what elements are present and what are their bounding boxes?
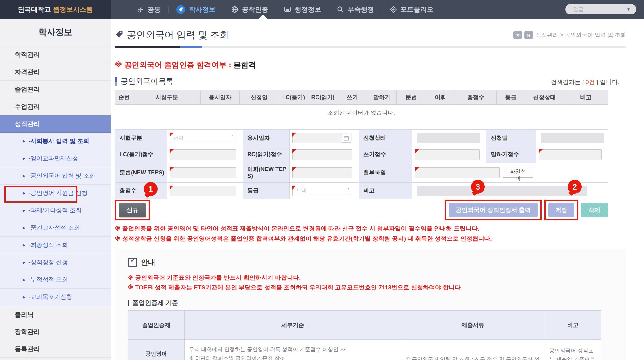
submenu-arrow-icon: ▶ [23, 260, 25, 265]
empty-row: 조회된 데이터가 없습니다. [115, 105, 608, 121]
submenu-arrow-icon: ▶ [23, 209, 25, 213]
topbar: 단국대학교 웹정보시스템 공통 학사정보 공학인 [0, 0, 644, 19]
col-header: 응시일자 [201, 90, 240, 105]
vocabulary-score-input[interactable] [292, 167, 352, 178]
sidebar-item-clinic[interactable]: 클리닉 [0, 306, 111, 323]
sidebar-item-course[interactable]: 수업관리 [0, 98, 111, 115]
search-icon [337, 6, 344, 13]
calendar-icon[interactable] [342, 134, 351, 143]
criteria-header-row: 졸업인증제 세부기준 제출서류 비고 [128, 311, 601, 340]
sidebar-item-english-subsidy[interactable]: ▶-공인영어 지원금 신청 [0, 185, 111, 202]
notice-line: ※ 성적장학금 신청을 위한 공인영어성적은 졸업인증 합격여부와 관계없이 해… [115, 234, 608, 244]
globe-icon [231, 6, 238, 13]
annotation-balloon-2: 2 [568, 180, 582, 194]
guide-panel: ✓ 안내 ※ 공인외국어 기준표와 인정국가를 반드시 확인하시기 바랍니다. … [115, 249, 626, 360]
col-header: 말하기 [367, 90, 397, 105]
nav-affiliated-admin-label: 부속행정 [348, 5, 374, 14]
select-caret-icon: ▼ [347, 187, 350, 190]
nav-portfolio-label: 포트폴리오 [400, 5, 434, 14]
sidebar-item-cumulative-grades[interactable]: ▶-누적성적 조회 [0, 271, 111, 289]
select-caret-icon: ▼ [231, 134, 234, 137]
writing-score-input[interactable] [415, 149, 480, 160]
sidebar-item-course-withdrawal[interactable]: ▶-교과목포기신청 [0, 289, 111, 306]
col-header: 제출서류 [401, 311, 545, 340]
grade-select[interactable]: 선택▼ [292, 186, 352, 196]
col-header: 비고 [545, 311, 601, 340]
required-documents: ① 공인외국어 입력 및 조회->신규 접수 및 공인외국어 성적 첨부 ② 제… [401, 340, 545, 360]
red-notice-block: ※ 졸업인증을 위한 공인영어 및 타언어 성적표 제출방식이 온라인으로 변경… [115, 224, 608, 244]
nav-engineering-cert[interactable]: 공학인증 [223, 5, 276, 14]
nav-admin-info[interactable]: 행정정보 [276, 5, 329, 14]
nav-academic-info-label: 학사정보 [189, 5, 216, 14]
delete-button[interactable]: 삭제 [581, 203, 608, 217]
sidebar-item-academic-records[interactable]: 학적관리 [0, 46, 111, 63]
col-header: 총점수 [455, 90, 497, 105]
tag-icon [176, 5, 186, 14]
exam-date-input[interactable] [292, 133, 352, 143]
empty-row-message: 조회된 데이터가 없습니다. [115, 105, 608, 121]
sidebar-item-graduation[interactable]: 졸업관리 [0, 81, 111, 98]
file-select-button[interactable]: 파일선택 [503, 168, 533, 178]
annotation-box-new-button: 신규 [115, 200, 150, 220]
grade-label: 등급 [243, 183, 290, 199]
sidebar-item-final-grades[interactable]: ▶-최종성적 조회 [0, 237, 111, 254]
guide-notices: ※ 공인외국어 기준표와 인정국가를 반드시 확인하시기 바랍니다. ※ TOE… [128, 273, 613, 292]
title-underline-blue [180, 46, 202, 48]
sidebar-item-qualification[interactable]: 자격관리 [0, 63, 111, 81]
score-entry-form: 시험구분 선택▼ 응시일자 신청상태 신청일 LC(듣기)점수 RC(읽기)점수 [115, 129, 608, 199]
col-header: 비고 [564, 90, 608, 105]
exam-type-select[interactable]: 선택▼ [170, 133, 236, 143]
remark-field [417, 186, 587, 196]
col-header: RC(읽기) [308, 90, 338, 105]
language-selector[interactable]: 한글 ▼ [565, 4, 636, 14]
nav-academic-info[interactable]: 학사정보 [169, 5, 223, 14]
nav-common[interactable]: 공통 [130, 5, 168, 14]
total-score-input[interactable] [170, 186, 236, 196]
rc-score-label: RC(읽기)점수 [243, 146, 290, 163]
sidebar-item-english-exemption[interactable]: ▶-영어교과면제신청 [0, 150, 111, 167]
sidebar-item-grades[interactable]: 성적관리 [0, 115, 111, 133]
sidebar-item-assignment-other-grades[interactable]: ▶-과제/기타성적 조회 [0, 202, 111, 219]
remark-label: 비고 [359, 183, 412, 199]
app-logo[interactable]: 단국대학교 웹정보시스템 [0, 0, 111, 19]
col-header: 쓰기 [338, 90, 367, 105]
submenu-arrow-icon: ▶ [23, 295, 25, 299]
col-header: 순번 [115, 90, 133, 105]
col-header: LC(듣기) [279, 90, 308, 105]
notice-line: ※ 졸업인증을 위한 공인영어 및 타언어 성적표 제출방식이 온라인으로 변경… [115, 224, 608, 234]
nav-engineering-cert-label: 공학인증 [242, 5, 268, 14]
criteria-remark: 공인외국어 성적표는 제출일 기준으로 2년 이내 취득한 유효기간이 경과 되… [545, 340, 601, 360]
webinfo-system-screen: 단국대학교 웹정보시스템 공통 학사정보 공학인 [0, 0, 644, 360]
sidebar-item-registration[interactable]: 등록관리 [0, 340, 111, 358]
request-status-label: 신청상태 [359, 130, 412, 146]
favorite-star-icon[interactable]: ★ [513, 31, 522, 39]
top-navigation: 공통 학사정보 공학인증 행정정보 [130, 0, 441, 19]
home-icon[interactable]: H [524, 31, 533, 39]
nav-affiliated-admin[interactable]: 부속행정 [329, 5, 382, 14]
title-underline-dark [115, 46, 180, 48]
sidebar-item-grade-correction[interactable]: ▶-성적정정 신청 [0, 254, 111, 271]
new-button[interactable]: 신규 [119, 203, 146, 217]
rc-score-input[interactable] [292, 149, 352, 160]
col-header: 신청일 [240, 90, 279, 105]
checkbox-check-icon: ✓ [128, 258, 137, 267]
speaking-score-input[interactable] [539, 149, 602, 160]
sidebar-item-scholarship[interactable]: 장학관리 [0, 323, 111, 340]
sidebar-item-certified-foreign-language[interactable]: ▶-공인외국어 입력 및 조회 [0, 167, 111, 185]
save-button[interactable]: 저장 [548, 203, 574, 217]
request-status-field [417, 133, 480, 143]
sidebar-item-midterm-grades[interactable]: ▶-중간고사성적 조회 [0, 219, 111, 237]
attachment-input[interactable] [415, 167, 500, 178]
col-header: 문법 [397, 90, 426, 105]
guide-title: ✓ 안내 [128, 257, 613, 267]
lc-score-input[interactable] [170, 149, 236, 160]
print-certificate-button[interactable]: 공인외국어 성적인정서 출력 [449, 203, 538, 217]
active-nav-pointer [259, 14, 267, 19]
annotation-box-save-button: 저장 [544, 200, 578, 220]
nav-portfolio[interactable]: 포트폴리오 [382, 5, 441, 14]
submenu-arrow-icon: ▶ [23, 278, 25, 282]
col-header: 어휘 [426, 90, 455, 105]
grammar-score-input[interactable] [170, 167, 236, 178]
sidebar-item-social-service[interactable]: ▶-사회봉사 입력 및 조회 [0, 133, 111, 150]
annotation-box-print-button: 공인외국어 성적인정서 출력 [445, 200, 542, 220]
